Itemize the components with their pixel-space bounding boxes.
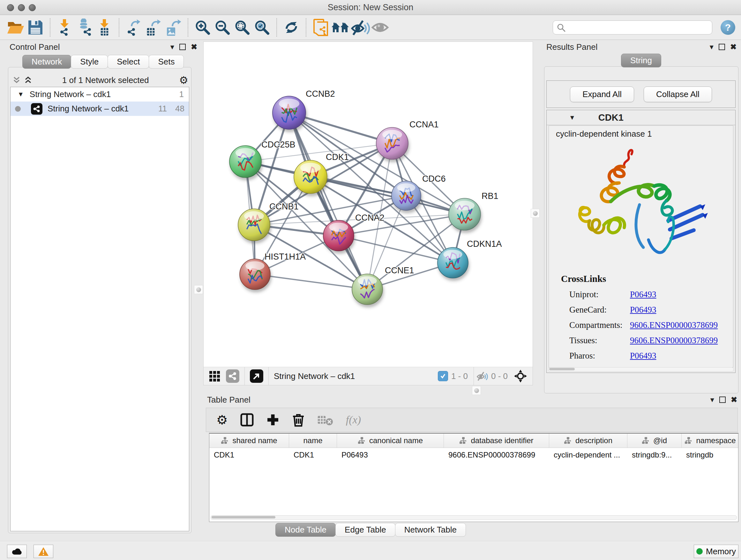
selected-checkbox-icon[interactable]	[438, 371, 448, 381]
collection-expand-arrow-icon[interactable]: ▼	[17, 91, 24, 98]
hide-selection-eye-slash-icon[interactable]	[350, 17, 370, 37]
results-panel-menu-icon[interactable]: ▾	[710, 43, 714, 51]
gene-card: ▼ CDK1 cyclin-dependent kinase 1	[546, 110, 736, 373]
birds-eye-crosshair-icon[interactable]	[514, 369, 528, 383]
split-columns-icon[interactable]	[240, 413, 254, 427]
results-hscrollbar[interactable]	[548, 367, 734, 372]
crosslink-link[interactable]: P06493	[630, 305, 657, 315]
gene-card-header[interactable]: ▼ CDK1	[547, 110, 735, 125]
network-node-CCNA1[interactable]: CCNA1	[376, 120, 439, 159]
crosslink-link[interactable]: 9606.ENSP00000378699	[630, 320, 718, 330]
expand-all-button[interactable]: Expand All	[570, 86, 634, 102]
show-hidden-eye-icon[interactable]	[370, 17, 390, 37]
delete-table-icon[interactable]	[317, 414, 334, 426]
column-header-description[interactable]: description	[549, 434, 627, 448]
table-panel-float-icon[interactable]	[719, 396, 726, 403]
tab-select[interactable]: Select	[108, 55, 149, 69]
bottom-splitter-handle[interactable]	[472, 386, 481, 395]
import-table-icon[interactable]	[94, 17, 114, 37]
crosslink-link[interactable]: P06493	[630, 290, 657, 300]
network-node-CDKN1A[interactable]: CDKN1A	[437, 239, 502, 278]
node-table[interactable]: shared namenamecanonical namedatabase id…	[209, 433, 738, 522]
network-node-HIST1H1A[interactable]: HIST1H1A	[240, 252, 306, 290]
function-builder-icon[interactable]: f(x)	[346, 414, 361, 426]
network-node-RB1[interactable]: RB1	[449, 191, 498, 230]
column-header-@id[interactable]: @id	[627, 434, 682, 448]
node-label: CCNB1	[269, 202, 299, 211]
tab-string[interactable]: String	[621, 54, 661, 67]
neighborhood-houses-icon[interactable]	[331, 17, 350, 37]
export-table-icon[interactable]	[144, 17, 163, 37]
left-splitter-handle[interactable]	[194, 285, 203, 294]
control-panel-menu-icon[interactable]: ▾	[171, 43, 174, 51]
grid-view-icon[interactable]	[209, 370, 221, 382]
import-network-database-icon[interactable]	[75, 17, 94, 37]
network-share-icon[interactable]	[226, 369, 239, 383]
search-input[interactable]	[553, 20, 712, 35]
memory-button[interactable]: Memory	[694, 545, 738, 558]
right-splitter-handle[interactable]	[531, 209, 540, 218]
tab-network[interactable]: Network	[22, 55, 71, 69]
zoom-selected-icon[interactable]	[252, 17, 272, 37]
node-label: HIST1H1A	[265, 252, 306, 261]
table-panel-menu-icon[interactable]: ▾	[711, 396, 714, 403]
zoom-fit-icon[interactable]	[232, 17, 252, 37]
export-network-icon[interactable]	[124, 17, 144, 37]
warning-status-button[interactable]	[33, 545, 53, 558]
control-panel-close-icon[interactable]: ✖	[191, 43, 197, 51]
network-from-document-icon[interactable]	[311, 17, 331, 37]
warning-icon	[38, 547, 49, 556]
table-panel-close-icon[interactable]: ✖	[731, 396, 737, 403]
table-settings-gear-icon[interactable]: ⚙	[216, 413, 228, 427]
tab-network-table[interactable]: Network Table	[395, 523, 466, 537]
zoom-out-icon[interactable]	[212, 17, 232, 37]
crosslink-link[interactable]: 9606.ENSP00000378699	[630, 335, 718, 346]
network-options-gear-icon[interactable]: ⚙	[179, 74, 188, 86]
import-network-icon[interactable]	[55, 17, 75, 37]
cloud-status-button[interactable]	[7, 545, 27, 558]
network-row[interactable]: String Network – cdk1 11 48	[10, 102, 189, 116]
network-edge	[255, 274, 367, 289]
crosslink-row: Tissues:9606.ENSP00000378699	[569, 335, 733, 346]
network-canvas[interactable]: CCNB2CCNA1CDC25BCDK1CDC6RB1CCNB1CCNA2CDK…	[203, 42, 533, 367]
column-header-namespace[interactable]: namespace	[682, 434, 738, 448]
collapse-all-button[interactable]: Collapse All	[644, 86, 712, 102]
column-header-name[interactable]: name	[289, 434, 337, 448]
expand-all-tree-icon[interactable]	[24, 76, 32, 84]
export-image-icon[interactable]	[163, 17, 183, 37]
control-panel-float-icon[interactable]	[179, 44, 186, 50]
tab-style[interactable]: Style	[71, 55, 108, 69]
network-column-icon	[358, 437, 366, 444]
tab-node-table[interactable]: Node Table	[275, 523, 336, 537]
network-collection-row[interactable]: ▼ String Network – cdk1 1	[10, 87, 189, 102]
add-column-plus-icon[interactable]	[266, 413, 280, 427]
crosslink-link[interactable]: P06493	[630, 351, 657, 361]
gene-expand-arrow-icon[interactable]: ▼	[569, 114, 576, 121]
collapse-all-tree-icon[interactable]	[13, 76, 20, 84]
save-session-icon[interactable]	[25, 17, 45, 37]
network-edge	[289, 113, 367, 289]
network-node-CCNE1[interactable]: CCNE1	[352, 266, 414, 305]
apply-layout-icon[interactable]	[281, 17, 301, 37]
open-session-icon[interactable]	[6, 17, 25, 37]
results-panel-float-icon[interactable]	[719, 44, 725, 50]
table-row[interactable]: CDK1CDK1P064939606.ENSP00000378699cyclin…	[209, 448, 738, 462]
network-column-icon	[459, 437, 468, 444]
delete-column-trash-icon[interactable]	[292, 413, 305, 427]
zoom-in-icon[interactable]	[193, 17, 212, 37]
search-icon	[556, 23, 566, 33]
crosslink-row: Pharos:P06493	[569, 351, 733, 361]
cloud-icon	[11, 548, 22, 555]
table-cell: 9606.ENSP00000378699	[444, 448, 549, 462]
column-header-database-identifier[interactable]: database identifier	[444, 434, 549, 448]
help-button[interactable]: ?	[721, 20, 735, 35]
tab-edge-table[interactable]: Edge Table	[335, 523, 395, 537]
detach-view-icon[interactable]	[250, 369, 263, 383]
results-panel-close-icon[interactable]: ✖	[730, 43, 737, 51]
column-header-shared-name[interactable]: shared name	[209, 434, 289, 448]
tab-sets[interactable]: Sets	[149, 55, 184, 69]
table-hscrollbar[interactable]	[211, 515, 737, 520]
gene-description: cyclin-dependent kinase 1	[549, 126, 733, 139]
network-node-CCNB1[interactable]: CCNB1	[238, 202, 299, 241]
column-header-canonical-name[interactable]: canonical name	[337, 434, 444, 448]
